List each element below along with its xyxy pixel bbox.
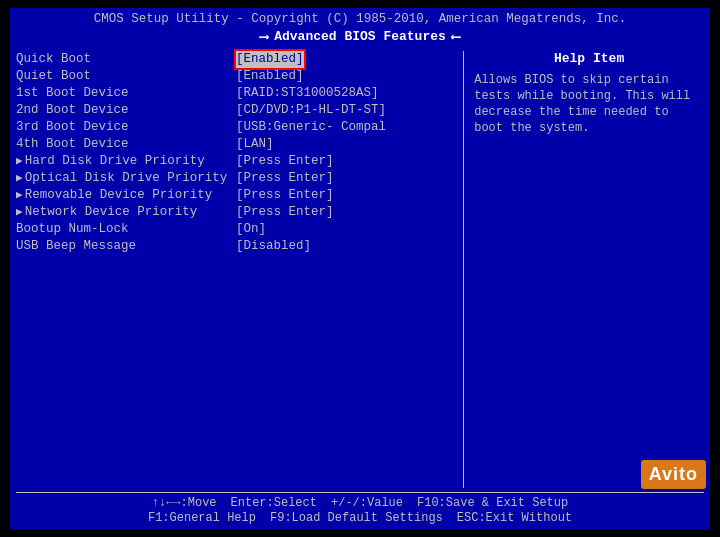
key-save: F10:Save & Exit Setup <box>417 496 568 510</box>
menu-item[interactable]: ▶ Hard Disk Drive Priority[Press Enter] <box>16 153 459 170</box>
item-value: [Disabled] <box>236 238 311 255</box>
item-label: Bootup Num-Lock <box>16 221 236 238</box>
left-panel: Quick Boot[Enabled]Quiet Boot[Enabled]1s… <box>16 51 463 488</box>
copyright-text: CMOS Setup Utility - Copyright (C) 1985-… <box>94 12 627 26</box>
item-label: USB Beep Message <box>16 238 236 255</box>
item-value: [Enabled] <box>236 51 304 68</box>
section-title: Advanced BIOS Features <box>274 29 446 44</box>
item-value: [On] <box>236 221 266 238</box>
bottom-row-1: ↑↓←→:Move Enter:Select +/-/:Value F10:Sa… <box>16 496 704 510</box>
item-value: [USB:Generic- Compal <box>236 119 386 136</box>
menu-item[interactable]: ▶ Optical Disk Drive Priority[Press Ente… <box>16 170 459 187</box>
bottom-bar: ↑↓←→:Move Enter:Select +/-/:Value F10:Sa… <box>16 492 704 525</box>
submenu-arrow-icon: ▶ <box>16 204 23 221</box>
submenu-arrow-icon: ▶ <box>16 153 23 170</box>
menu-item[interactable]: 4th Boot Device[LAN] <box>16 136 459 153</box>
submenu-arrow-icon: ▶ <box>16 170 23 187</box>
key-help: F1:General Help <box>148 511 256 525</box>
key-default: F9:Load Default Settings <box>270 511 443 525</box>
menu-item[interactable]: 1st Boot Device[RAID:ST31000528AS] <box>16 85 459 102</box>
item-label: ▶ Network Device Priority <box>16 204 236 221</box>
menu-item[interactable]: 2nd Boot Device[CD/DVD:P1-HL-DT-ST] <box>16 102 459 119</box>
key-select: Enter:Select <box>231 496 317 510</box>
watermark: Avito <box>641 460 706 489</box>
item-label: ▶ Hard Disk Drive Priority <box>16 153 236 170</box>
arrow-left-icon: ⟶ <box>260 28 268 45</box>
item-value: [Enabled] <box>236 68 304 85</box>
bios-screen: CMOS Setup Utility - Copyright (C) 1985-… <box>10 8 710 529</box>
help-title: Help Item <box>474 51 704 66</box>
item-label: Quick Boot <box>16 51 236 68</box>
item-value: [RAID:ST31000528AS] <box>236 85 379 102</box>
bottom-row-2: F1:General Help F9:Load Default Settings… <box>16 511 704 525</box>
item-value: [LAN] <box>236 136 274 153</box>
main-content: Quick Boot[Enabled]Quiet Boot[Enabled]1s… <box>16 51 704 488</box>
copyright-bar: CMOS Setup Utility - Copyright (C) 1985-… <box>16 12 704 26</box>
menu-item[interactable]: USB Beep Message[Disabled] <box>16 238 459 255</box>
menu-item[interactable]: Bootup Num-Lock[On] <box>16 221 459 238</box>
item-label: Quiet Boot <box>16 68 236 85</box>
item-label: ▶ Removable Device Priority <box>16 187 236 204</box>
key-move: ↑↓←→:Move <box>152 496 217 510</box>
arrow-right-icon: ⟵ <box>452 28 460 45</box>
menu-item[interactable]: Quiet Boot[Enabled] <box>16 68 459 85</box>
item-label: 3rd Boot Device <box>16 119 236 136</box>
submenu-arrow-icon: ▶ <box>16 187 23 204</box>
section-title-row: ⟶ Advanced BIOS Features ⟵ <box>16 28 704 45</box>
item-value: [Press Enter] <box>236 170 334 187</box>
help-text: Allows BIOS to skip certain tests while … <box>474 72 704 136</box>
outer-frame: CMOS Setup Utility - Copyright (C) 1985-… <box>0 0 720 537</box>
key-esc: ESC:Exit Without <box>457 511 572 525</box>
item-label: ▶ Optical Disk Drive Priority <box>16 170 236 187</box>
menu-item[interactable]: Quick Boot[Enabled] <box>16 51 459 68</box>
menu-item[interactable]: ▶ Removable Device Priority[Press Enter] <box>16 187 459 204</box>
right-panel: Help Item Allows BIOS to skip certain te… <box>463 51 704 488</box>
key-value: +/-/:Value <box>331 496 403 510</box>
item-label: 2nd Boot Device <box>16 102 236 119</box>
item-label: 4th Boot Device <box>16 136 236 153</box>
menu-item[interactable]: 3rd Boot Device[USB:Generic- Compal <box>16 119 459 136</box>
item-value: [CD/DVD:P1-HL-DT-ST] <box>236 102 386 119</box>
item-value: [Press Enter] <box>236 187 334 204</box>
item-value: [Press Enter] <box>236 153 334 170</box>
item-label: 1st Boot Device <box>16 85 236 102</box>
menu-item[interactable]: ▶ Network Device Priority[Press Enter] <box>16 204 459 221</box>
item-value: [Press Enter] <box>236 204 334 221</box>
